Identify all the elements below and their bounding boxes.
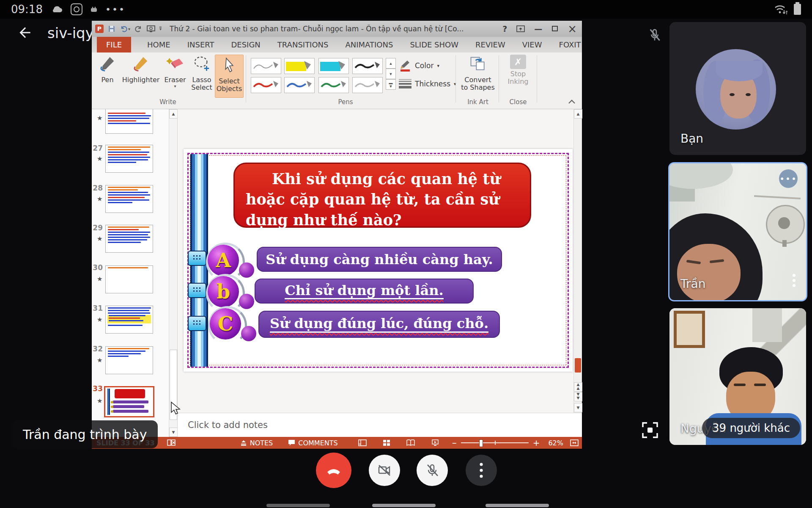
zoom-slider[interactable]: [461, 442, 529, 443]
tab-transitions[interactable]: TRANSITIONS: [269, 37, 337, 52]
maximize-button[interactable]: [551, 25, 558, 32]
highlighter-icon: [131, 55, 151, 73]
slideshow-view-button[interactable]: [431, 439, 439, 446]
pen-style-black[interactable]: [352, 58, 383, 74]
slide-thumbnail-32[interactable]: [105, 346, 153, 374]
pen-style-yellow-highlighter[interactable]: [284, 58, 315, 74]
tile-options-button[interactable]: •••: [779, 169, 798, 188]
participant-tile-presenter[interactable]: ••• Trần: [668, 162, 807, 301]
highlighter-tool-button[interactable]: Highlighter: [121, 55, 160, 84]
zoom-slider-thumb[interactable]: [479, 439, 483, 447]
start-slideshow-icon[interactable]: [146, 25, 156, 33]
pen-style-lightgray[interactable]: [352, 77, 383, 93]
slide-thumbnail-33-selected[interactable]: [104, 386, 154, 417]
thumbnail-scroll-up-button[interactable]: ▲: [169, 109, 178, 119]
canvas-scrollbar-thumb[interactable]: [575, 358, 581, 373]
tab-insert[interactable]: INSERT: [179, 37, 223, 52]
pen-color-dropdown[interactable]: Color ▾: [399, 59, 439, 72]
lasso-select-button[interactable]: Lasso Select: [190, 55, 214, 92]
collapse-ribbon-button[interactable]: [568, 99, 576, 104]
pen-style-blue[interactable]: [284, 77, 315, 93]
comments-icon: [288, 439, 295, 446]
gallery-up-button[interactable]: ▲: [386, 58, 396, 69]
pen-style-cyan-highlighter[interactable]: [318, 58, 349, 74]
tab-design[interactable]: DESIGN: [222, 37, 269, 52]
eraser-tool-button[interactable]: Eraser ▾: [162, 55, 188, 88]
canvas-scroll-up-button[interactable]: ▲: [574, 109, 582, 119]
thumbnail-scroll-down-button[interactable]: ▼: [169, 428, 178, 437]
tab-home[interactable]: HOME: [139, 37, 179, 52]
help-button[interactable]: ?: [502, 24, 507, 33]
slide-thumbnail-29[interactable]: [105, 225, 153, 253]
animation-star-icon: ★: [97, 235, 102, 243]
slide-thumbnail-31[interactable]: [105, 306, 153, 334]
participant-tile-self[interactable]: Bạn: [669, 22, 806, 155]
gesture-pill[interactable]: [266, 504, 330, 507]
slide-thumbnail-28[interactable]: [105, 185, 153, 213]
notes-pane[interactable]: Click to add notes: [178, 413, 582, 437]
ribbon-options-button[interactable]: [516, 25, 525, 33]
back-button[interactable]: [17, 25, 36, 43]
camera-off-button[interactable]: [369, 455, 400, 486]
slide-thumbnail-27[interactable]: [105, 145, 153, 173]
normal-view-button[interactable]: [358, 439, 367, 446]
slide-thumbnail-30[interactable]: [105, 265, 153, 293]
minimize-button[interactable]: —: [534, 24, 542, 33]
gallery-down-button[interactable]: ▼: [386, 69, 396, 79]
customize-toolbar-icon[interactable]: ▾: [159, 27, 162, 31]
animation-star-icon: ★: [97, 155, 102, 163]
tile-more-menu-icon[interactable]: [793, 272, 796, 289]
pen-style-green[interactable]: [318, 77, 349, 93]
repeat-icon[interactable]: [134, 25, 143, 33]
expand-button[interactable]: [640, 420, 660, 440]
previous-slide-button[interactable]: ▲▲: [574, 382, 582, 392]
notes-toggle-button[interactable]: NOTES: [240, 439, 273, 447]
tab-animations[interactable]: ANIMATIONS: [337, 37, 402, 52]
comments-toggle-button[interactable]: COMMENTS: [288, 439, 337, 447]
select-objects-button[interactable]: Select Objects: [215, 55, 244, 98]
mic-off-button[interactable]: [417, 455, 448, 486]
zoom-out-button[interactable]: –: [452, 441, 457, 445]
undo-button[interactable]: ▾: [120, 25, 130, 33]
close-button[interactable]: ×: [568, 25, 577, 33]
tab-review[interactable]: REVIEW: [467, 37, 514, 52]
more-options-button[interactable]: [466, 455, 497, 486]
convert-to-shapes-button[interactable]: Convert to Shapes: [459, 55, 497, 92]
pen-style-gray[interactable]: [251, 58, 281, 74]
slide-sorter-button[interactable]: [383, 439, 390, 446]
next-slide-button[interactable]: ▼▼: [574, 392, 582, 401]
option-a-pill: Sử dụng càng nhiều càng hay.: [257, 247, 502, 272]
others-count-badge[interactable]: 39 người khác: [702, 418, 800, 438]
gesture-pill[interactable]: [486, 504, 549, 507]
stop-inking-button[interactable]: ✗ Stop Inking: [502, 55, 534, 86]
participant-tile-nguyen[interactable]: Nguyễn 39 người khác: [669, 308, 806, 445]
option-c-badge: C: [210, 308, 258, 341]
end-call-icon: [324, 461, 343, 480]
slide-thumbnail-26[interactable]: [105, 109, 153, 134]
fit-slide-to-window-button[interactable]: [570, 439, 579, 446]
end-call-button[interactable]: [316, 453, 351, 488]
tab-view[interactable]: VIEW: [514, 37, 551, 52]
pen-thickness-dropdown[interactable]: Thickness ▾: [399, 78, 456, 90]
tab-foxit[interactable]: FOXIT READ: [551, 37, 582, 52]
tab-file[interactable]: FILE: [97, 37, 131, 52]
pen-style-red[interactable]: [251, 77, 281, 93]
option-text: Sử dụng đúng lúc, đúng chỗ.: [270, 316, 488, 333]
slide-number: 32: [92, 345, 103, 353]
thickness-icon: [399, 78, 411, 90]
reading-view-button[interactable]: [406, 439, 415, 446]
thumbnail-scrollbar[interactable]: ▲ ▼: [169, 109, 178, 437]
gallery-more-button[interactable]: ▬▼: [386, 79, 396, 90]
save-icon[interactable]: [107, 25, 116, 33]
slide-33[interactable]: Khi sử dụng các quan hệ từ hoặc cặp quan…: [184, 149, 573, 372]
canvas-scroll-down-button[interactable]: ▼: [574, 403, 582, 412]
zoom-in-button[interactable]: +: [533, 441, 540, 445]
convert-to-shapes-icon: [469, 55, 487, 73]
spell-check-icon[interactable]: [167, 439, 177, 447]
tab-slideshow[interactable]: SLIDE SHOW: [401, 37, 467, 52]
participant-name: Trần: [680, 277, 705, 291]
instagram-icon: [71, 3, 82, 15]
canvas-scrollbar[interactable]: ▲ ▲▲ ▼▼ ▼: [573, 109, 582, 413]
gesture-pill[interactable]: [372, 504, 436, 507]
pen-tool-button[interactable]: Pen: [95, 55, 120, 84]
